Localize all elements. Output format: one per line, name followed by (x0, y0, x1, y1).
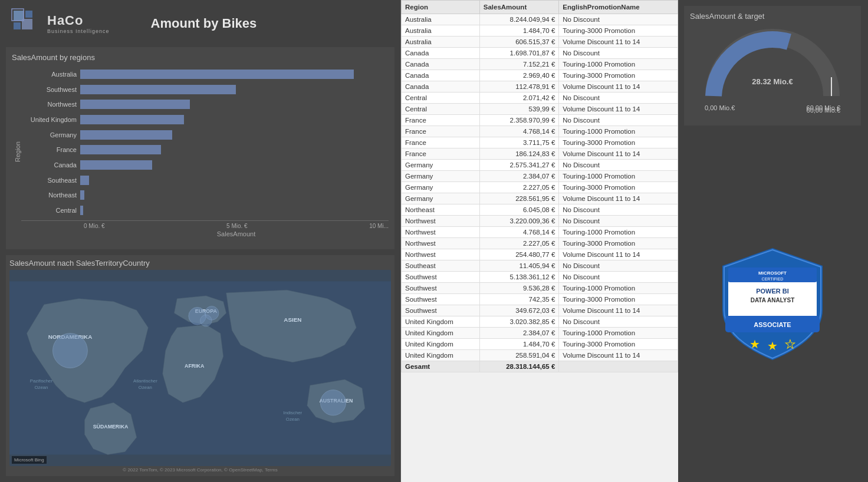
table-row[interactable]: United Kingdom 3.020.382,85 € No Discoun… (402, 316, 678, 328)
table-row[interactable]: France 4.768,14 € Touring-1000 Promotion (402, 126, 678, 137)
table-row[interactable]: Canada 1.698.701,87 € No Discount (402, 48, 678, 59)
cell-amount: 9.536,28 € (479, 283, 559, 294)
table-row[interactable]: France 2.358.970,99 € No Discount (402, 115, 678, 126)
total-row: Gesamt 28.318.144,65 € (402, 361, 678, 372)
cell-region: Northwest (402, 238, 480, 249)
bar-row[interactable]: Central (21, 204, 383, 217)
cell-amount: 5.138.361,12 € (479, 272, 559, 283)
cell-amount: 1.484,70 € (479, 339, 559, 350)
cell-promotion: Touring-3000 Promotion (559, 238, 678, 249)
cell-region: United Kingdom (402, 316, 480, 328)
map-container[interactable]: NORDAMERIKA SÜDAMERIKA EUROPA AFRIKA ASI… (9, 270, 391, 466)
bar-label: Northwest (21, 101, 80, 108)
cell-region: Germany (402, 160, 480, 171)
table-row[interactable]: Canada 2.969,40 € Touring-3000 Promotion (402, 70, 678, 81)
bar-track (80, 85, 383, 94)
table-row[interactable]: Germany 228.561,95 € Volume Discount 11 … (402, 193, 678, 204)
svg-text:ASSOCIATE: ASSOCIATE (754, 321, 791, 328)
cell-region: Southwest (402, 294, 480, 305)
table-row[interactable]: Southwest 5.138.361,12 € No Discount (402, 272, 678, 283)
svg-text:28.32 Mio.€: 28.32 Mio.€ (752, 77, 793, 86)
table-row[interactable]: France 186.124,83 € Volume Discount 11 t… (402, 148, 678, 160)
bar-label: Southeast (21, 177, 80, 184)
map-section: SalesAmount nach SalesTerritoryCountry (6, 255, 394, 476)
table-row[interactable]: Germany 2.575.341,27 € No Discount (402, 160, 678, 171)
cell-amount: 2.358.970,99 € (479, 115, 559, 126)
middle-panel[interactable]: Region SalesAmount EnglishPromotionName … (401, 0, 678, 482)
bar-label: Central (21, 207, 80, 214)
y-axis-label: Region (12, 67, 21, 237)
table-row[interactable]: Southeast 11.405,94 € No Discount (402, 260, 678, 272)
table-row[interactable]: Central 539,99 € Volume Discount 11 to 1… (402, 104, 678, 115)
cell-region: Southeast (402, 260, 480, 272)
total-label: Gesamt (402, 361, 480, 372)
bar-row[interactable]: Australia (21, 68, 383, 81)
bar-track (80, 176, 383, 185)
bar-row[interactable]: Germany (21, 128, 383, 141)
x-tick-1: 5 Mio. € (226, 223, 248, 229)
table-row[interactable]: Australia 606.515,37 € Volume Discount 1… (402, 37, 678, 48)
table-row[interactable]: Australia 8.244.049,94 € No Discount (402, 14, 678, 25)
table-row[interactable]: Northwest 4.768,14 € Touring-1000 Promot… (402, 227, 678, 238)
bar-row[interactable]: United Kingdom (21, 113, 383, 126)
table-row[interactable]: Australia 1.484,70 € Touring-3000 Promot… (402, 25, 678, 37)
table-row[interactable]: United Kingdom 1.484,70 € Touring-3000 P… (402, 339, 678, 350)
bar-label: Australia (21, 71, 80, 78)
cell-promotion: Touring-1000 Promotion (559, 328, 678, 339)
total-amount: 28.318.144,65 € (479, 361, 559, 372)
bar-label: Canada (21, 161, 80, 169)
svg-text:ASIEN: ASIEN (284, 316, 301, 323)
cell-region: Southwest (402, 272, 480, 283)
table-row[interactable]: Canada 7.152,21 € Touring-1000 Promotion (402, 59, 678, 70)
cell-region: Canada (402, 48, 480, 59)
data-table: Region SalesAmount EnglishPromotionName … (401, 0, 678, 372)
table-row[interactable]: Germany 2.384,07 € Touring-1000 Promotio… (402, 171, 678, 182)
bar-label: France (21, 146, 80, 153)
bar-row[interactable]: Southwest (21, 83, 383, 96)
svg-text:★: ★ (785, 338, 795, 351)
table-row[interactable]: United Kingdom 258.591,04 € Volume Disco… (402, 350, 678, 361)
cell-amount: 3.020.382,85 € (479, 316, 559, 328)
cell-region: Southwest (402, 283, 480, 294)
cell-amount: 1.484,70 € (479, 25, 559, 37)
bar-row[interactable]: Southeast (21, 174, 383, 187)
bar-row[interactable]: Northwest (21, 98, 383, 111)
cell-region: France (402, 126, 480, 137)
table-row[interactable]: Southwest 349.672,03 € Volume Discount 1… (402, 305, 678, 316)
bar-chart-wrapper: Region Australia Southwest Northwest Uni… (12, 67, 389, 237)
logo-sub: Business Intelligence (47, 28, 110, 34)
svg-text:Atlantischer: Atlantischer (133, 378, 157, 384)
table-row[interactable]: Northeast 6.045,08 € No Discount (402, 204, 678, 216)
cell-region: Australia (402, 37, 480, 48)
table-row[interactable]: Southwest 742,35 € Touring-3000 Promotio… (402, 294, 678, 305)
bar-row[interactable]: Canada (21, 159, 383, 171)
map-title: SalesAmount nach SalesTerritoryCountry (9, 259, 391, 268)
table-row[interactable]: France 3.711,75 € Touring-3000 Promotion (402, 137, 678, 148)
cell-promotion: Volume Discount 11 to 14 (559, 148, 678, 160)
gauge-target: 60,00 Mio.€ (807, 107, 840, 114)
cell-region: United Kingdom (402, 350, 480, 361)
cell-amount: 2.575.341,27 € (479, 160, 559, 171)
table-row[interactable]: Northwest 2.227,05 € Touring-3000 Promot… (402, 238, 678, 249)
table-row[interactable]: Northwest 3.220.009,36 € No Discount (402, 216, 678, 227)
bar-row[interactable]: France (21, 143, 383, 156)
table-row[interactable]: Central 2.071,42 € No Discount (402, 93, 678, 104)
bar-row[interactable]: Northeast (21, 189, 383, 202)
x-axis-title: SalesAmount (21, 230, 389, 237)
svg-text:Ozean: Ozean (286, 417, 300, 422)
table-row[interactable]: Canada 112.478,91 € Volume Discount 11 t… (402, 81, 678, 93)
svg-point-21 (200, 315, 212, 326)
svg-text:★: ★ (749, 338, 760, 351)
cell-promotion: Volume Discount 11 to 14 (559, 37, 678, 48)
svg-text:DATA ANALYST: DATA ANALYST (751, 297, 795, 303)
table-row[interactable]: Northwest 254.480,77 € Volume Discount 1… (402, 249, 678, 260)
cell-region: Canada (402, 81, 480, 93)
table-row[interactable]: Germany 2.227,05 € Touring-3000 Promotio… (402, 182, 678, 193)
table-row[interactable]: Southwest 9.536,28 € Touring-1000 Promot… (402, 283, 678, 294)
bar-track (80, 206, 383, 215)
table-row[interactable]: United Kingdom 2.384,07 € Touring-1000 P… (402, 328, 678, 339)
cell-promotion: No Discount (559, 48, 678, 59)
logo-container: HaCo Business Intelligence (6, 6, 110, 41)
x-tick-2: 10 Mi... (369, 223, 389, 229)
bar-track (80, 145, 383, 154)
